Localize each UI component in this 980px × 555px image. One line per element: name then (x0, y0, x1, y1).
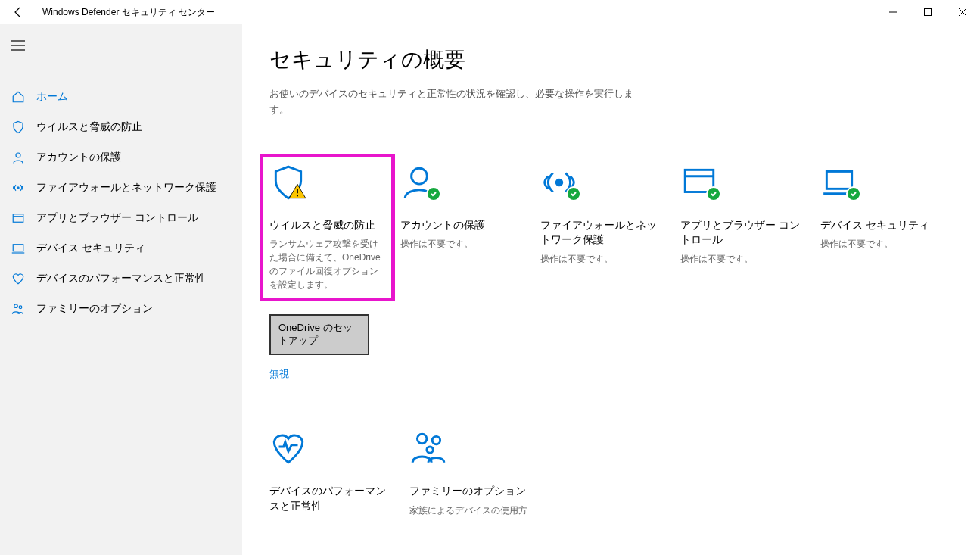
sidebar-item-appbrowser[interactable]: アプリとブラウザー コントロール (0, 203, 242, 233)
hamburger-icon (11, 40, 25, 51)
sidebar-item-label: ファイアウォールとネットワーク保護 (36, 181, 242, 195)
card-title: ファミリーのオプション (409, 484, 534, 499)
card-desc: 操作は不要です。 (400, 237, 525, 251)
checkmark-badge-icon (846, 186, 861, 201)
svg-rect-21 (826, 171, 851, 189)
back-button[interactable] (0, 0, 36, 24)
hamburger-button[interactable] (0, 30, 36, 61)
card-account-protection[interactable]: アカウントの保護 操作は不要です。 (400, 164, 525, 381)
svg-point-7 (16, 153, 20, 157)
card-title: デバイス セキュリティ (820, 218, 945, 233)
onedrive-setup-button[interactable]: OneDrive のセットアップ (269, 314, 369, 355)
network-icon (11, 180, 26, 195)
checkmark-badge-icon (426, 186, 441, 201)
svg-point-13 (14, 304, 18, 308)
window-ok-icon (680, 164, 805, 206)
card-device-security[interactable]: デバイス セキュリティ 操作は不要です。 (820, 164, 945, 381)
sidebar-item-firewall[interactable]: ファイアウォールとネットワーク保護 (0, 173, 242, 203)
home-icon (11, 89, 26, 104)
person-icon (11, 150, 26, 165)
card-desc: ランサムウェア攻撃を受けた場合に備えて、OneDrive のファイル回復オプショ… (269, 237, 385, 292)
sidebar-item-label: デバイス セキュリティ (36, 242, 242, 255)
arrow-left-icon (12, 6, 24, 18)
minimize-icon (889, 8, 897, 16)
svg-point-22 (417, 434, 427, 444)
svg-rect-9 (13, 214, 23, 223)
sidebar-item-home[interactable]: ホーム (0, 82, 242, 112)
device-icon (11, 241, 26, 256)
heart-pulse-icon (269, 429, 394, 472)
sidebar-item-health[interactable]: デバイスのパフォーマンスと正常性 (0, 263, 242, 294)
page-title: セキュリティの概要 (269, 45, 953, 74)
card-title: ファイアウォールとネットワーク保護 (540, 218, 665, 248)
titlebar: Windows Defender セキュリティ センター (0, 0, 980, 24)
card-title: デバイスのパフォーマンスと正常性 (269, 484, 394, 513)
card-family-options[interactable]: ファミリーのオプション 家族によるデバイスの使用方 (409, 429, 534, 518)
maximize-button[interactable] (910, 0, 945, 24)
window-icon (11, 210, 26, 226)
main-content: セキュリティの概要 お使いのデバイスのセキュリティと正常性の状況を確認し、必要な… (242, 24, 980, 555)
sidebar-item-label: ファミリーのオプション (36, 302, 242, 316)
svg-rect-1 (925, 9, 932, 16)
svg-point-8 (17, 187, 19, 189)
person-ok-icon (400, 164, 525, 206)
sidebar-item-account[interactable]: アカウントの保護 (0, 142, 242, 173)
sidebar: ホーム ウイルスと脅威の防止 アカウントの保護 ファイアウォールとネットワーク保… (0, 24, 242, 555)
card-desc: 家族によるデバイスの使用方 (409, 504, 534, 517)
checkmark-badge-icon (566, 186, 581, 201)
card-desc: 操作は不要です。 (820, 237, 945, 251)
maximize-icon (924, 8, 932, 16)
network-ok-icon (540, 164, 665, 206)
window-title: Windows Defender セキュリティ センター (36, 6, 215, 19)
sidebar-item-label: アプリとブラウザー コントロール (36, 211, 242, 225)
sidebar-item-device-security[interactable]: デバイス セキュリティ (0, 233, 242, 263)
card-desc: 操作は不要です。 (680, 252, 805, 266)
warning-triangle-icon (288, 182, 307, 201)
card-desc: 操作は不要です。 (540, 252, 665, 266)
page-subtitle: お使いのデバイスのセキュリティと正常性の状況を確認し、必要な操作を実行します。 (269, 86, 648, 118)
sidebar-item-family[interactable]: ファミリーのオプション (0, 294, 242, 324)
cards-grid: ウイルスと脅威の防止 ランサムウェア攻撃を受けた場合に備えて、OneDrive … (269, 164, 953, 519)
svg-rect-11 (13, 245, 23, 251)
close-icon (959, 8, 966, 16)
svg-point-14 (19, 306, 22, 309)
sidebar-item-label: デバイスのパフォーマンスと正常性 (36, 272, 242, 285)
minimize-button[interactable] (876, 0, 910, 24)
close-button[interactable] (945, 0, 980, 24)
window-controls (876, 0, 980, 24)
svg-point-16 (297, 195, 298, 196)
checkmark-badge-icon (706, 186, 721, 201)
svg-point-24 (427, 447, 433, 453)
shield-warning-icon (269, 164, 385, 206)
family-icon (11, 301, 26, 316)
ignore-link[interactable]: 無視 (269, 367, 385, 381)
card-title: ウイルスと脅威の防止 (269, 218, 385, 233)
sidebar-item-label: ホーム (36, 90, 242, 104)
card-title: アプリとブラウザー コントロール (680, 218, 805, 248)
laptop-ok-icon (820, 164, 945, 206)
heart-icon (11, 271, 26, 286)
card-virus-threat[interactable]: ウイルスと脅威の防止 ランサムウェア攻撃を受けた場合に備えて、OneDrive … (265, 159, 390, 297)
svg-point-23 (432, 436, 440, 444)
sidebar-item-virus[interactable]: ウイルスと脅威の防止 (0, 112, 242, 142)
card-title: アカウントの保護 (400, 218, 525, 233)
svg-point-17 (412, 168, 428, 184)
sidebar-item-label: ウイルスと脅威の防止 (36, 120, 242, 134)
family-group-icon (409, 429, 534, 472)
card-device-health[interactable]: デバイスのパフォーマンスと正常性 (269, 429, 394, 518)
card-firewall[interactable]: ファイアウォールとネットワーク保護 操作は不要です。 (540, 164, 665, 381)
svg-point-18 (556, 179, 562, 186)
card-app-browser[interactable]: アプリとブラウザー コントロール 操作は不要です。 (680, 164, 805, 381)
shield-icon (11, 120, 26, 135)
sidebar-item-label: アカウントの保護 (36, 151, 242, 164)
